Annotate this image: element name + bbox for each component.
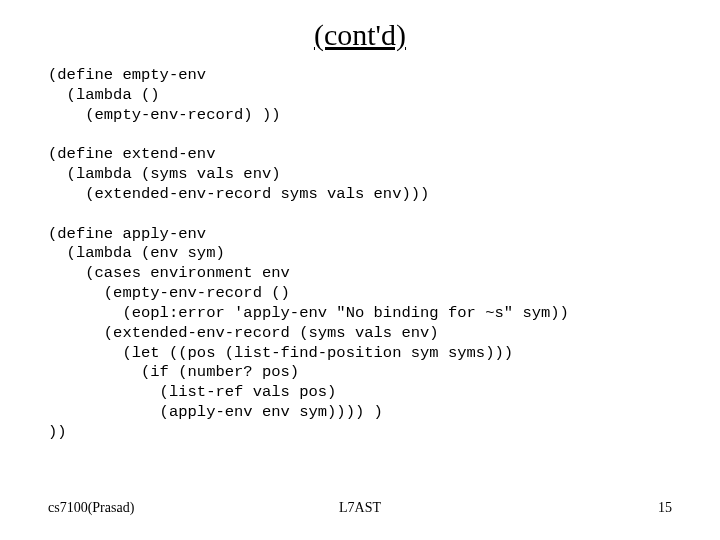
footer-center: L7AST <box>48 500 672 516</box>
slide: (cont'd) (define empty-env (lambda () (e… <box>0 0 720 540</box>
footer-right: 15 <box>658 500 672 516</box>
footer: cs7100(Prasad) L7AST 15 <box>48 500 672 516</box>
slide-title: (cont'd) <box>48 18 672 52</box>
code-block: (define empty-env (lambda () (empty-env-… <box>48 66 672 443</box>
footer-left: cs7100(Prasad) <box>48 500 134 516</box>
